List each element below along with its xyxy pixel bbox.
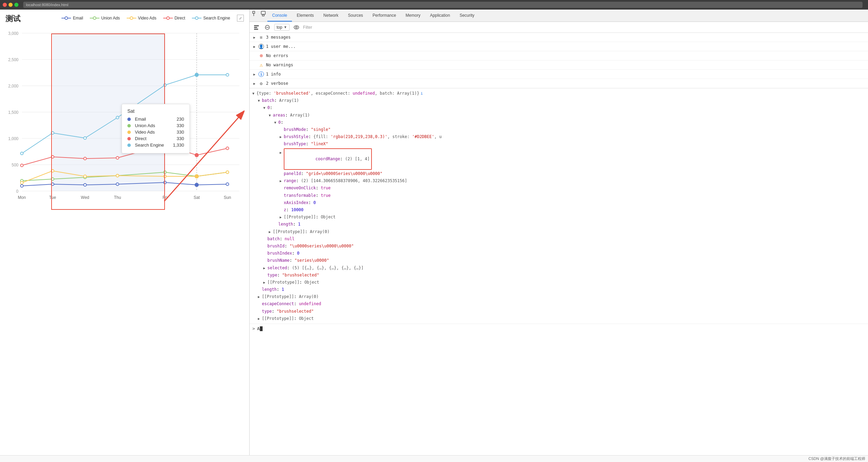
expand-verbose[interactable] <box>252 81 256 85</box>
proto-areas0-val: Object <box>321 214 335 220</box>
warning-icon: ⚠ <box>258 62 264 68</box>
eye-icon[interactable] <box>292 23 300 31</box>
legend-item-direct: Direct <box>163 16 185 21</box>
expand-3messages[interactable] <box>252 35 256 39</box>
brushname-val: "series\u0000" <box>294 257 329 264</box>
expand-info[interactable] <box>252 72 256 76</box>
tab-security[interactable]: Security <box>455 10 479 22</box>
url-bar[interactable]: localhost:8080/index.html <box>23 2 863 8</box>
legend-label-unionads: Union Ads <box>101 16 120 21</box>
removeonclick-line: removeOnClick: true <box>252 185 865 192</box>
svg-point-9 <box>195 17 198 19</box>
svg-point-64 <box>195 183 198 187</box>
proto-areas0-expand[interactable] <box>280 215 284 220</box>
batch-length-line: length: 1 <box>252 286 865 293</box>
xaxisindex-key: xAxisIndex <box>284 200 308 206</box>
svg-text:2,000: 2,000 <box>8 84 18 89</box>
tab-sources[interactable]: Sources <box>343 10 368 22</box>
close-dot[interactable] <box>3 3 7 7</box>
minimize-dot[interactable] <box>9 3 13 7</box>
sidebar-toggle-icon[interactable] <box>252 23 261 31</box>
proto-batch-val: Array(0) <box>299 294 319 300</box>
removeonclick-key: removeOnClick <box>284 185 316 191</box>
input-prompt: > <box>252 326 255 331</box>
tooltip-value-direct: 330 <box>177 136 184 141</box>
msg-errors: No errors <box>266 53 288 58</box>
messages-verbose[interactable]: ⚙ 2 verbose <box>250 79 868 88</box>
svg-text:2,500: 2,500 <box>8 57 18 62</box>
areas-val: Array(1) <box>290 112 310 119</box>
svg-point-43 <box>195 153 198 157</box>
tab-console[interactable]: Console <box>267 10 292 22</box>
type-line: type: "brushselected" <box>252 272 865 279</box>
devtools-tabs: Console Elements Network Sources Perform… <box>250 10 868 22</box>
proto-batch0-val: Object <box>304 279 319 286</box>
fullscreen-icon[interactable]: ⤢ <box>237 15 244 22</box>
context-selector[interactable]: top ▼ <box>274 24 290 31</box>
svg-point-79 <box>295 26 297 28</box>
tab-network[interactable]: Network <box>319 10 343 22</box>
messages-warnings[interactable]: ⚠ No warnings <box>250 60 868 70</box>
proto-batch-expand[interactable] <box>258 294 262 300</box>
legend-item-videoads: Video Ads <box>127 16 156 21</box>
root-type-key: type <box>262 308 272 315</box>
selected-expand[interactable] <box>263 266 267 271</box>
proto-root-expand[interactable] <box>258 316 262 322</box>
batch0-expand[interactable] <box>263 105 267 111</box>
inspect-element-icon[interactable] <box>251 10 259 18</box>
areas-expand[interactable] <box>269 113 273 118</box>
messages-3[interactable]: ≡ 3 messages <box>250 33 868 42</box>
brushname-line: brushName: "series\u0000" <box>252 257 865 264</box>
svg-rect-71 <box>261 11 265 14</box>
xaxisindex-line: xAxisIndex: 0 <box>252 199 865 206</box>
svg-point-78 <box>294 26 299 29</box>
coordrange-expand[interactable] <box>280 150 284 155</box>
batch-null-line: batch: null <box>252 235 865 243</box>
tooltip-dot-direct <box>127 137 131 140</box>
console-content[interactable]: ≡ 3 messages 👤 1 user me... ⊗ No errors … <box>250 33 868 455</box>
proto-batch0-expand[interactable] <box>263 280 267 285</box>
transformable-val: true <box>321 192 331 199</box>
areas0-expand[interactable] <box>274 120 278 125</box>
brushmode-val: "single" <box>311 126 331 133</box>
proto-areas-val: Array(0) <box>310 229 330 235</box>
messages-errors[interactable]: ⊗ No errors <box>250 51 868 60</box>
tab-performance[interactable]: Performance <box>368 10 401 22</box>
tab-memory[interactable]: Memory <box>401 10 425 22</box>
brushstyle-expand[interactable] <box>280 134 284 140</box>
proto-areas0-key: [[Prototype]] <box>284 214 316 220</box>
root-expand[interactable] <box>252 91 256 96</box>
range-expand[interactable] <box>280 178 284 184</box>
tooltip-dot-unionads <box>127 124 131 127</box>
proto-areas-expand[interactable] <box>269 229 273 235</box>
svg-rect-72 <box>262 15 264 16</box>
svg-text:Sun: Sun <box>224 195 231 200</box>
root-type-val: "brushselected" <box>277 308 313 315</box>
escapeconnect-key: escapeConnect <box>262 301 294 307</box>
batch-expand[interactable] <box>258 98 262 104</box>
svg-text:1,500: 1,500 <box>8 110 18 115</box>
expand-usermessage[interactable] <box>252 44 256 49</box>
legend-label-searchengine: Search Engine <box>203 16 230 21</box>
messages-info[interactable]: i 1 info <box>250 70 868 79</box>
maximize-dot[interactable] <box>14 3 18 7</box>
brushtype-val: "lineX" <box>311 141 328 147</box>
clear-console-icon[interactable] <box>263 23 271 31</box>
tooltip-dot-searchengine <box>127 144 131 147</box>
batch-null-key: batch <box>267 236 280 242</box>
brushindex-line: brushIndex: 0 <box>252 250 865 257</box>
tooltip-dot-email <box>127 118 131 121</box>
messages-user[interactable]: 👤 1 user me... <box>250 42 868 51</box>
tooltip-row-direct: Direct 330 <box>127 136 184 141</box>
legend-item-email: Email <box>61 16 83 21</box>
tab-elements[interactable]: Elements <box>292 10 319 22</box>
info-icon: i <box>258 71 264 77</box>
filter-input[interactable] <box>303 25 865 30</box>
tooltip-label-videoads: Video Ads <box>135 130 172 135</box>
msg-verbose: 2 verbose <box>266 81 288 86</box>
console-input-line: > A <box>250 324 868 333</box>
device-mode-icon[interactable] <box>259 10 267 18</box>
tab-application[interactable]: Application <box>425 10 455 22</box>
proto-batch0-key: [[Prototype]] <box>267 279 299 286</box>
proto-areas0-line: [[Prototype]]: Object <box>252 214 865 221</box>
